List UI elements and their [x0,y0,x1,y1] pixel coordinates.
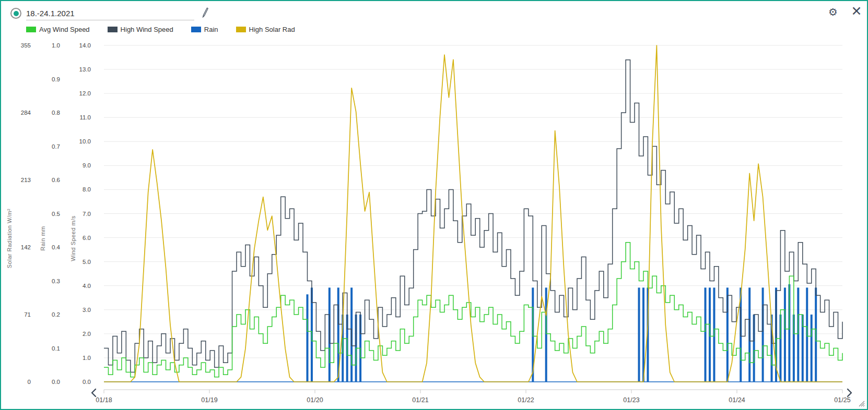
axis-title-solar: Solar Radiation W/m² [6,209,13,269]
x-tick-label: 01/24 [729,396,745,404]
axis-title-wind: Wind Speed m/s [70,215,76,261]
wind-tick-label: 14.0 [79,42,91,49]
wind-tick-label: 3.0 [83,307,91,313]
solar-tick-label: 71 [24,311,31,318]
rain-bar [797,287,799,382]
rain-bar [705,287,707,382]
rain-tick-label: 1.0 [52,42,60,49]
wind-tick-label: 7.0 [83,211,91,217]
rain-bar [545,287,547,382]
rain-bar [784,287,786,382]
solar-tick-label: 284 [21,110,31,116]
wind-tick-label: 12.0 [79,90,91,97]
wind-tick-label: 2.0 [83,331,91,337]
weather-widget-window: 18.-24.1.2021 ⚙ ✕ Avg Wind SpeedHigh Win… [0,0,868,410]
solar-tick-label: 355 [21,42,31,49]
weather-chart: 0.01.02.03.04.05.06.07.08.09.010.011.012… [1,1,868,410]
rain-tick-label: 0.2 [52,311,60,318]
wind-tick-label: 4.0 [83,283,91,289]
rain-tick-label: 0.7 [52,143,60,150]
solar-tick-label: 142 [21,244,31,250]
rain-bar [811,315,813,382]
x-tick-label: 01/22 [518,396,534,404]
rain-bar [638,287,640,382]
rain-tick-label: 0.3 [52,278,60,284]
rain-tick-label: 0.6 [52,177,60,183]
wind-tick-label: 5.0 [83,259,91,265]
solar-tick-label: 0 [28,379,31,385]
rain-tick-label: 0.0 [52,379,60,385]
wind-tick-label: 6.0 [83,235,91,241]
wind-tick-label: 10.0 [79,138,91,144]
wind-tick-label: 8.0 [83,186,91,192]
rain-tick-label: 0.4 [52,244,61,250]
x-tick-label: 01/20 [307,396,323,404]
next-period-chevron-right-icon[interactable] [845,388,855,399]
prev-period-chevron-left-icon[interactable] [90,388,100,399]
series-high-wind-speed [104,60,842,372]
x-tick-label: 01/21 [412,396,428,404]
rain-bar [762,287,764,382]
rain-tick-label: 0.1 [52,345,60,352]
wind-tick-label: 9.0 [83,162,91,168]
wind-tick-label: 13.0 [79,66,91,73]
wind-tick-label: 11.0 [79,114,91,120]
rain-bar [306,294,308,382]
axis-title-rain: Rain mm [40,226,46,251]
wind-tick-label: 0.0 [83,379,91,385]
solar-tick-label: 213 [21,177,31,183]
x-tick-label: 01/23 [623,396,639,404]
rain-tick-label: 0.8 [52,110,60,116]
resize-grip-icon[interactable] [858,400,865,407]
rain-tick-label: 0.5 [52,211,60,217]
wind-tick-label: 1.0 [83,355,91,361]
x-tick-label: 01/19 [201,396,217,404]
rain-tick-label: 0.9 [52,76,60,82]
